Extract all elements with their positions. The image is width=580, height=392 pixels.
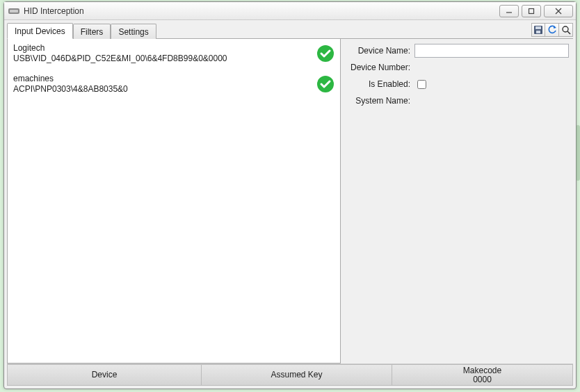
svg-rect-8	[536, 31, 540, 33]
search-button[interactable]	[559, 23, 573, 37]
status-device: Device	[7, 364, 202, 386]
label-system-name: System Name:	[348, 96, 414, 106]
scrollbar-thumb[interactable]	[576, 125, 580, 181]
maximize-button[interactable]	[522, 5, 541, 17]
svg-rect-3	[529, 8, 534, 13]
svg-rect-1	[10, 10, 18, 13]
checkmark-icon	[316, 44, 335, 63]
device-name-field[interactable]	[414, 44, 569, 58]
toolbar-buttons	[531, 23, 573, 38]
toolbar: Input Devices Filters Settings	[4, 20, 576, 38]
tab-input-devices[interactable]: Input Devices	[7, 23, 73, 39]
tab-filters[interactable]: Filters	[73, 24, 111, 39]
status-makecode-value: 0000	[473, 375, 492, 384]
status-makecode-header: Makecode	[463, 366, 501, 375]
titlebar: HID Interception	[4, 2, 576, 20]
tab-strip: Input Devices Filters Settings	[7, 22, 156, 38]
app-icon	[8, 7, 19, 15]
status-assumed-key: Assumed Key	[202, 364, 392, 386]
device-name: Logitech	[13, 43, 316, 54]
status-makecode: Makecode 0000	[392, 364, 573, 386]
statusbar: Device Assumed Key Makecode 0000	[7, 364, 573, 386]
minimize-button[interactable]	[499, 5, 519, 17]
svg-rect-7	[535, 26, 541, 29]
is-enabled-checkbox[interactable]	[417, 80, 426, 89]
device-item[interactable]: emachines ACPI\PNP0303\4&8AB8035&0	[8, 70, 340, 100]
app-window: HID Interception Input Devices Filters S…	[3, 1, 577, 389]
label-device-name: Device Name:	[348, 46, 414, 56]
svg-line-11	[567, 31, 570, 34]
device-item[interactable]: Logitech USB\VID_046D&PID_C52E&MI_00\6&4…	[8, 39, 340, 70]
tab-settings[interactable]: Settings	[111, 24, 156, 39]
svg-marker-9	[554, 26, 556, 28]
window-title: HID Interception	[24, 6, 499, 16]
label-is-enabled: Is Enabled:	[348, 79, 414, 89]
close-button[interactable]	[544, 5, 573, 17]
device-path: USB\VID_046D&PID_C52E&MI_00\6&4FD8B99&0&…	[13, 54, 316, 64]
label-device-number: Device Number:	[348, 63, 414, 72]
details-panel: Device Name: Device Number: Is Enabled: …	[341, 39, 573, 364]
refresh-button[interactable]	[545, 23, 559, 37]
device-name: emachines	[13, 74, 316, 84]
status-device-header: Device	[92, 370, 118, 379]
save-button[interactable]	[531, 23, 545, 37]
status-assumed-key-header: Assumed Key	[271, 370, 322, 379]
svg-point-10	[563, 26, 568, 32]
window-controls	[499, 5, 573, 17]
checkmark-icon	[316, 75, 335, 93]
device-path: ACPI\PNP0303\4&8AB8035&0	[13, 84, 316, 95]
content-area: Logitech USB\VID_046D&PID_C52E&MI_00\6&4…	[7, 38, 573, 364]
device-list[interactable]: Logitech USB\VID_046D&PID_C52E&MI_00\6&4…	[7, 39, 341, 364]
